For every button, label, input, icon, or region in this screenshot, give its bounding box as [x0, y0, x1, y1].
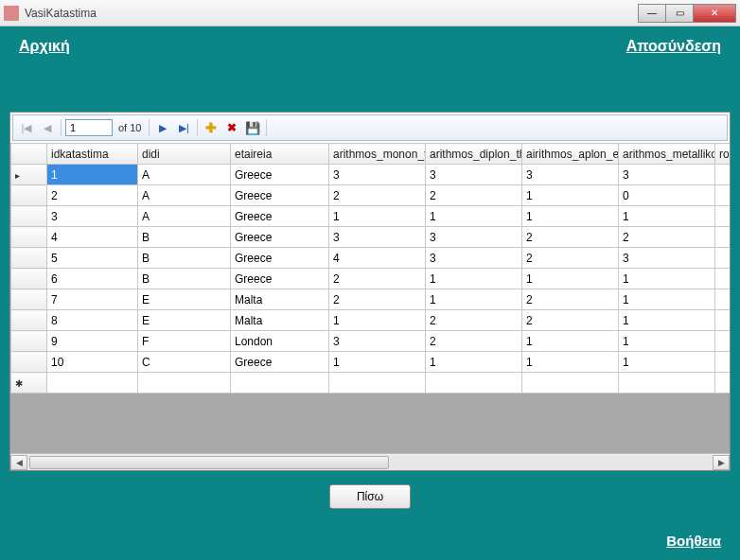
cell[interactable]: Greece: [231, 185, 329, 206]
cell[interactable]: [715, 373, 731, 394]
save-button[interactable]: 💾: [243, 118, 262, 137]
table-row[interactable]: 8EMalta1221: [11, 310, 731, 331]
cell[interactable]: 3: [426, 227, 522, 248]
next-record-button[interactable]: ▶: [153, 118, 172, 137]
cell[interactable]: E: [138, 310, 231, 331]
cell[interactable]: 1: [522, 352, 619, 373]
cell[interactable]: 2: [619, 227, 715, 248]
column-header[interactable]: idkatastima: [47, 144, 138, 165]
cell[interactable]: 3: [47, 206, 138, 227]
cell[interactable]: Greece: [231, 248, 329, 269]
cell[interactable]: [619, 373, 715, 394]
cell[interactable]: 1: [619, 289, 715, 310]
table-row[interactable]: 10CGreece1111: [11, 352, 731, 373]
cell[interactable]: 1: [522, 185, 619, 206]
table-row[interactable]: 6BGreece2111: [11, 269, 731, 289]
cell[interactable]: 3: [426, 165, 522, 185]
cell[interactable]: A: [138, 206, 231, 227]
cell[interactable]: [715, 227, 731, 248]
cell[interactable]: 5: [47, 248, 138, 269]
cell[interactable]: 1: [426, 206, 522, 227]
horizontal-scrollbar[interactable]: ◀ ▶: [10, 453, 730, 470]
cell[interactable]: 1: [47, 165, 138, 185]
scroll-thumb[interactable]: [29, 456, 389, 469]
cell[interactable]: [47, 373, 138, 394]
cell[interactable]: [715, 269, 731, 289]
cell[interactable]: 1: [329, 310, 426, 331]
cell[interactable]: 1: [619, 269, 715, 289]
cell[interactable]: Malta: [231, 289, 329, 310]
prev-record-button[interactable]: ◀: [38, 118, 57, 137]
scroll-right-button[interactable]: ▶: [713, 455, 730, 470]
cell[interactable]: A: [138, 165, 231, 185]
table-row[interactable]: 3AGreece1111: [11, 206, 731, 227]
row-header[interactable]: [11, 227, 47, 248]
scroll-track[interactable]: [27, 455, 713, 470]
cell[interactable]: Malta: [231, 310, 329, 331]
close-button[interactable]: ✕: [693, 4, 736, 23]
cell[interactable]: 3: [426, 248, 522, 269]
logout-link[interactable]: Αποσύνδεση: [626, 38, 721, 55]
table-row[interactable]: 4BGreece3322: [11, 227, 731, 248]
cell[interactable]: [138, 373, 231, 394]
table-row[interactable]: 1AGreece3333: [11, 165, 731, 185]
column-header[interactable]: arithmos_metallikon: [619, 144, 715, 165]
cell[interactable]: 3: [329, 331, 426, 352]
cell[interactable]: B: [138, 269, 231, 289]
cell[interactable]: 3: [329, 227, 426, 248]
new-row-header[interactable]: [11, 373, 47, 394]
cell[interactable]: Greece: [231, 206, 329, 227]
cell[interactable]: 1: [522, 331, 619, 352]
cell[interactable]: 3: [619, 165, 715, 185]
column-header[interactable]: rol: [715, 144, 731, 165]
cell[interactable]: [231, 373, 329, 394]
back-button[interactable]: Πίσω: [329, 484, 411, 509]
datagrid[interactable]: idkatastima didi etaireia arithmos_monon…: [10, 143, 730, 394]
cell[interactable]: [715, 289, 731, 310]
row-header[interactable]: [11, 352, 47, 373]
cell[interactable]: E: [138, 289, 231, 310]
cell[interactable]: 4: [47, 227, 138, 248]
last-record-button[interactable]: ▶|: [174, 118, 193, 137]
cell[interactable]: 2: [522, 227, 619, 248]
cell[interactable]: 1: [619, 310, 715, 331]
cell[interactable]: Greece: [231, 165, 329, 185]
cell[interactable]: 2: [329, 269, 426, 289]
cell[interactable]: 1: [426, 289, 522, 310]
cell[interactable]: 3: [522, 165, 619, 185]
column-header[interactable]: didi: [138, 144, 231, 165]
cell[interactable]: 2: [522, 248, 619, 269]
cell[interactable]: [715, 185, 731, 206]
cell[interactable]: 1: [329, 206, 426, 227]
cell[interactable]: [329, 373, 426, 394]
row-header[interactable]: [11, 289, 47, 310]
cell[interactable]: 8: [47, 310, 138, 331]
record-position-input[interactable]: [65, 119, 113, 136]
cell[interactable]: Greece: [231, 352, 329, 373]
column-header[interactable]: etaireia: [231, 144, 329, 165]
table-row[interactable]: 5BGreece4323: [11, 248, 731, 269]
cell[interactable]: Greece: [231, 227, 329, 248]
new-row[interactable]: [11, 373, 731, 394]
cell[interactable]: [715, 331, 731, 352]
row-header[interactable]: [11, 185, 47, 206]
cell[interactable]: 6: [47, 269, 138, 289]
cell[interactable]: 9: [47, 331, 138, 352]
cell[interactable]: 7: [47, 289, 138, 310]
cell[interactable]: A: [138, 185, 231, 206]
cell[interactable]: F: [138, 331, 231, 352]
cell[interactable]: 2: [426, 185, 522, 206]
column-header[interactable]: airithmos_aplon_exc: [522, 144, 619, 165]
cell[interactable]: 2: [426, 310, 522, 331]
row-header[interactable]: [11, 331, 47, 352]
row-header[interactable]: [11, 269, 47, 289]
cell[interactable]: [715, 310, 731, 331]
row-header[interactable]: [11, 310, 47, 331]
scroll-left-button[interactable]: ◀: [10, 455, 27, 470]
row-header-corner[interactable]: [11, 144, 47, 165]
column-header[interactable]: arithmos_monon_th: [329, 144, 426, 165]
cell[interactable]: 2: [329, 289, 426, 310]
cell[interactable]: 0: [619, 185, 715, 206]
row-header[interactable]: [11, 206, 47, 227]
cell[interactable]: 2: [522, 310, 619, 331]
